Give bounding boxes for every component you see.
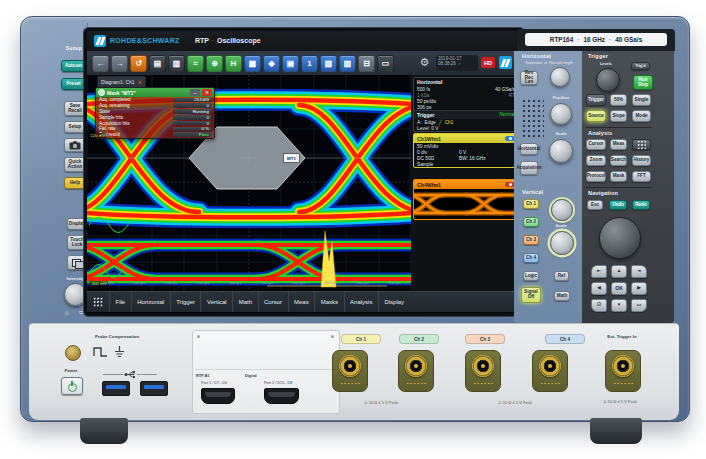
key-tab-back[interactable]: ⇤ [591,265,607,278]
ch4-signal-box[interactable]: Ch4Wfm1 [413,179,519,220]
save-recall-button[interactable]: Save Recall [64,101,86,116]
undo-icon[interactable]: ↺ [130,55,147,72]
math-button[interactable]: Math [554,291,570,301]
zoom-icon[interactable]: ⊕ [206,55,223,72]
mask-button[interactable]: Mask [610,171,627,182]
single-button[interactable]: Single [632,94,651,106]
menu-meas[interactable]: Meas [288,292,315,312]
history-button[interactable]: History [632,155,651,166]
ch1-signal-box[interactable]: Ch1Wfm1 50 mV/div 0 div0 V DC 50ΩBW: 16 … [413,133,519,168]
vertical-position-knob[interactable] [551,199,573,221]
protocol-button[interactable]: Protocol [586,171,606,182]
meas-button[interactable]: Meas [610,139,627,150]
key-ok[interactable]: OK [611,282,627,295]
res-rec-len-button[interactable]: Res Rec Len [520,71,538,85]
horizontal-menu-button[interactable]: Horizontal [520,143,538,155]
diagram-area[interactable]: Diagram1: Ch1 ✕ Mask "MT1" – ✕ Acq. comp… [87,75,411,291]
menu-math[interactable]: Math [232,292,257,312]
run-stop-button[interactable]: Run Stop [633,75,653,90]
display-button[interactable]: Display [67,218,87,230]
navigation-knob[interactable] [599,217,641,259]
horizontal-info-box[interactable]: Horizontal 500 fs40 GSa/s 1 kSaRT 50 ps/… [413,77,519,132]
menu-vertical[interactable]: Vertical [200,292,232,312]
setup-button[interactable]: Setup [64,121,86,133]
horizontal-scale-knob[interactable] [549,139,573,163]
trigger-menu-button[interactable]: Trigger [586,94,606,106]
mask-dialog-titlebar[interactable]: Mask "MT1" – ✕ [96,88,214,97]
key-checkbox[interactable]: ☑ [591,299,607,312]
open-file-icon[interactable]: ▤ [149,55,166,72]
mode-button[interactable]: Mode [632,110,651,122]
menu-display[interactable]: Display [378,292,410,312]
ch4-button[interactable]: Ch 4 [523,253,539,263]
horizontal-resolution-knob[interactable] [550,67,570,87]
quick-action-button[interactable]: Quick Action [64,157,86,172]
annotation-icon[interactable]: 1 [301,55,318,72]
trigger-levels-knob[interactable] [596,68,620,92]
menu-trigger[interactable]: Trigger [170,292,201,312]
source-button[interactable]: Source [586,110,606,122]
zoom-button[interactable]: Zoom [586,155,606,166]
key-down[interactable]: ▼ [611,299,627,312]
touchscreen[interactable]: ROHDE&SCHWARZ RTP · Oscilloscope ← → ↺ ▤… [87,31,521,313]
usb-port-1[interactable] [102,381,130,396]
delete-icon[interactable]: ▭ [377,55,394,72]
menu-masks[interactable]: Masks [314,292,343,312]
measure-icon[interactable]: ▧ [320,55,337,72]
spectrum-icon[interactable]: ▦ [244,55,261,72]
save-icon[interactable]: ▥ [168,55,185,72]
fft-button[interactable]: FFT [632,171,651,182]
mask-result-dialog[interactable]: Mask "MT1" – ✕ Acq. completed 251069 Acq… [95,87,215,139]
menu-horizontal[interactable]: Horizontal [131,292,170,312]
print-icon[interactable]: ⊟ [358,55,375,72]
horizontal-position-knob[interactable] [550,103,572,125]
key-right[interactable]: ▶ [631,282,647,295]
mask-icon[interactable]: ◆ [263,55,280,72]
acquisition-button[interactable]: Acquisition [520,161,538,175]
signal-icon[interactable]: ≈ [187,55,204,72]
menu-cursor[interactable]: Cursor [258,292,288,312]
forward-icon[interactable]: → [111,55,128,72]
vertical-scale-knob[interactable] [550,231,574,255]
search-button[interactable]: Search [610,155,627,166]
window-arrange-button[interactable] [67,255,87,270]
signal-off-button[interactable]: Signal Off [521,287,541,303]
autoset-button[interactable]: Autoset [61,60,86,72]
close-icon[interactable]: ✕ [202,89,212,96]
preset-button[interactable]: Preset [61,78,86,90]
undo-button[interactable]: Undo [609,200,627,210]
ch3-button[interactable]: Ch 3 [523,235,539,245]
esc-button[interactable]: Esc [587,200,603,210]
menu-analysis[interactable]: Analysis [344,292,378,312]
app-grid-icon[interactable] [87,292,109,312]
screenshot-icon[interactable]: ▣ [282,55,299,72]
slope-button[interactable]: Slope [610,110,627,122]
apps-button[interactable] [632,139,651,150]
report-icon[interactable]: ▨ [339,55,356,72]
minimize-icon[interactable]: – [190,89,200,96]
help-button[interactable]: Help [64,177,86,189]
histogram-icon[interactable]: H [225,55,242,72]
fifty-percent-button[interactable]: 50% [610,94,627,106]
tab-close-icon[interactable]: ✕ [138,79,142,85]
ch1-button[interactable]: Ch 1 [523,199,539,209]
touch-lock-button[interactable]: Touch Lock [67,235,87,250]
ref-button[interactable]: Ref [554,271,569,281]
key-field[interactable]: ▭ [631,299,647,312]
key-left[interactable]: ◀ [591,282,607,295]
key-up[interactable]: ▲ [611,265,627,278]
gear-icon[interactable]: ⚙ [417,55,432,70]
intensity-knob[interactable] [64,283,87,306]
cursor-button[interactable]: Cursor [586,139,606,150]
redo-button[interactable]: Redo [632,200,650,210]
usb-port-2[interactable] [140,381,168,396]
back-icon[interactable]: ← [92,55,109,72]
logic-port-1[interactable] [201,388,235,404]
screenshot-camera-button[interactable] [64,138,86,152]
logic-button[interactable]: Logic [523,271,539,281]
ch2-button[interactable]: Ch 2 [523,217,539,227]
key-tab-forward[interactable]: ⇥ [631,265,647,278]
power-button[interactable] [61,377,83,395]
menu-file[interactable]: File [109,292,131,312]
logic-port-2[interactable] [264,388,299,404]
